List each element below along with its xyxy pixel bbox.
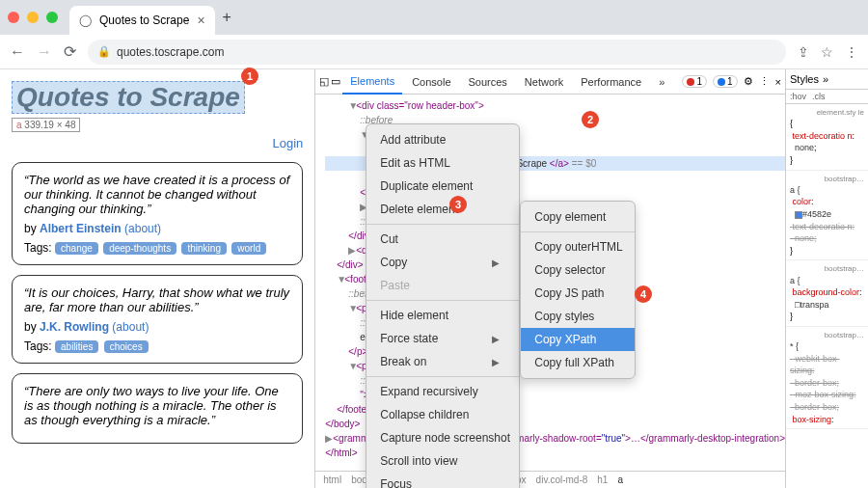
error-count-badge[interactable]: 1: [682, 75, 707, 88]
quote-card: “The world as we have created it is a pr…: [12, 162, 303, 265]
ctx-copy[interactable]: Copy▶: [366, 251, 519, 274]
forward-button[interactable]: →: [37, 43, 52, 61]
quote-text: “The world as we have created it is a pr…: [24, 173, 290, 216]
new-tab-button[interactable]: +: [223, 9, 231, 26]
ctx-delete[interactable]: Delete element: [366, 198, 519, 221]
callout-4: 4: [635, 285, 652, 303]
minimize-dot[interactable]: [27, 12, 39, 23]
quote-author-line: by Albert Einstein (about): [24, 222, 290, 235]
context-menu: Add attribute Edit as HTML Duplicate ele…: [366, 123, 520, 488]
lock-icon: 🔒: [97, 45, 111, 58]
callout-3: 3: [449, 196, 467, 213]
url-input[interactable]: 🔒 quotes.toscrape.com: [88, 40, 786, 65]
tag[interactable]: deep-thoughts: [103, 242, 176, 255]
device-icon[interactable]: ▭: [331, 75, 340, 88]
callout-2: 2: [582, 111, 599, 128]
ctx-paste: Paste: [366, 274, 519, 297]
ctx-focus[interactable]: Focus: [366, 473, 519, 488]
url-text: quotes.toscrape.com: [117, 45, 224, 59]
tab-elements[interactable]: Elements: [342, 69, 402, 95]
chevron-right-icon[interactable]: »: [823, 73, 828, 85]
quote-text: “There are only two ways to live your li…: [24, 384, 290, 427]
more-icon[interactable]: ⋮: [759, 75, 770, 88]
tab-performance[interactable]: Performance: [573, 69, 649, 95]
element-dimensions-tooltip: a 339.19 × 48: [12, 118, 80, 132]
ctx-copy-xpath[interactable]: Copy XPath: [521, 328, 635, 351]
cls-toggle[interactable]: .cls: [812, 92, 826, 101]
author-link[interactable]: Albert Einstein: [40, 222, 122, 235]
webpage-viewport: Quotes to Scrape a 339.19 × 48 Login “Th…: [0, 69, 314, 488]
dom-tree[interactable]: ▼<div class="row header-box"> ::before ▼…: [315, 95, 785, 471]
ctx-break-on[interactable]: Break on▶: [366, 350, 519, 373]
globe-icon: ◯: [79, 14, 92, 27]
login-link[interactable]: Login: [12, 136, 303, 150]
callout-1: 1: [241, 68, 258, 85]
browser-tab[interactable]: ◯ Quotes to Scrape ×: [69, 6, 215, 35]
devtools-panel: ◱ ▭ Elements Console Sources Network Per…: [314, 69, 868, 488]
ctx-collapse[interactable]: Collapse children: [366, 403, 519, 426]
close-icon[interactable]: ×: [775, 76, 781, 88]
tag[interactable]: choices: [104, 340, 149, 353]
star-icon[interactable]: ☆: [821, 44, 833, 60]
ctx-screenshot[interactable]: Capture node screenshot: [366, 426, 519, 449]
ctx-force-state[interactable]: Force state▶: [366, 327, 519, 350]
settings-icon[interactable]: ⚙: [744, 75, 753, 88]
devtools-tabs: ◱ ▭ Elements Console Sources Network Per…: [315, 69, 785, 95]
close-icon[interactable]: ×: [197, 13, 204, 28]
quote-card: “There are only two ways to live your li…: [12, 373, 303, 444]
tag[interactable]: world: [231, 242, 266, 255]
traffic-lights: [8, 12, 58, 23]
close-dot[interactable]: [8, 12, 19, 23]
hov-toggle[interactable]: :hov: [790, 92, 806, 101]
ctx-expand[interactable]: Expand recursively: [366, 380, 519, 403]
ctx-hide[interactable]: Hide element: [366, 304, 519, 327]
chevron-right-icon: ▶: [492, 256, 500, 270]
ctx-edit-html[interactable]: Edit as HTML: [366, 151, 519, 175]
tab-console[interactable]: Console: [404, 69, 458, 95]
ctx-copy-selector[interactable]: Copy selector: [521, 258, 635, 282]
tag[interactable]: abilities: [55, 340, 98, 353]
copy-submenu: Copy element Copy outerHTML Copy selecto…: [520, 201, 636, 379]
address-bar: ← → ⟳ 🔒 quotes.toscrape.com ⇪ ☆ ⋮: [0, 35, 868, 69]
back-button[interactable]: ←: [10, 43, 25, 61]
about-link[interactable]: (about): [112, 320, 149, 334]
ctx-scroll[interactable]: Scroll into view: [366, 449, 519, 473]
reload-button[interactable]: ⟳: [64, 42, 76, 61]
chevron-right-icon: ▶: [492, 355, 500, 369]
menu-icon[interactable]: ⋮: [845, 44, 858, 60]
tab-sources[interactable]: Sources: [461, 69, 515, 95]
ctx-copy-jspath[interactable]: Copy JS path: [521, 282, 635, 305]
page-title[interactable]: Quotes to Scrape: [12, 81, 245, 114]
styles-title[interactable]: Styles: [790, 73, 819, 85]
tag[interactable]: change: [55, 242, 98, 255]
chevron-right-icon: ▶: [492, 332, 500, 346]
tab-title: Quotes to Scrape: [99, 14, 189, 27]
info-count-badge[interactable]: 1: [713, 75, 738, 88]
ctx-cut[interactable]: Cut: [366, 228, 519, 251]
ctx-copy-styles[interactable]: Copy styles: [521, 305, 635, 328]
maximize-dot[interactable]: [46, 12, 58, 23]
ctx-copy-element[interactable]: Copy element: [521, 205, 635, 229]
ctx-copy-fullxpath[interactable]: Copy full XPath: [521, 351, 635, 374]
inspect-icon[interactable]: ◱: [319, 75, 329, 88]
window-titlebar: ◯ Quotes to Scrape × +: [0, 0, 868, 35]
styles-pane: Styles » :hov.cls element.sty le { text-…: [785, 69, 868, 488]
ctx-add-attribute[interactable]: Add attribute: [366, 128, 519, 151]
ctx-duplicate[interactable]: Duplicate element: [366, 175, 519, 198]
quote-text: “It is our choices, Harry, that show wha…: [24, 285, 290, 314]
ctx-copy-outerhtml[interactable]: Copy outerHTML: [521, 235, 635, 258]
about-link[interactable]: (about): [124, 222, 161, 235]
author-link[interactable]: J.K. Rowling: [40, 320, 109, 334]
tab-network[interactable]: Network: [517, 69, 571, 95]
tabs-overflow[interactable]: »: [651, 69, 672, 95]
share-icon[interactable]: ⇪: [798, 44, 809, 60]
quote-card: “It is our choices, Harry, that show wha…: [12, 275, 303, 364]
tag[interactable]: thinking: [181, 242, 226, 255]
color-swatch[interactable]: [795, 211, 802, 219]
